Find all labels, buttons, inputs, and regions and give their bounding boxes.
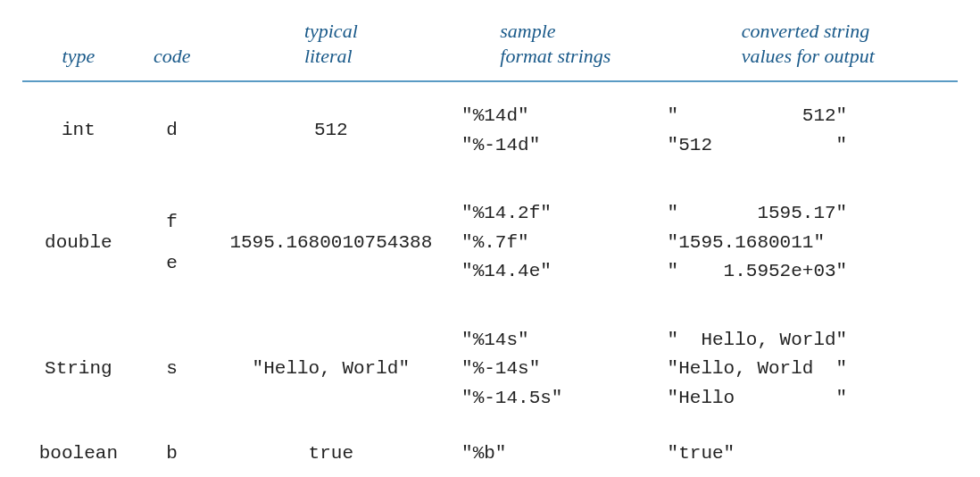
cell-outputs: " 512" "512 " [659,81,958,180]
cell-formats: "%14.2f" "%.7f" "%14.4e" [453,180,659,306]
cell-literal: "Hello, World" [210,306,453,433]
cell-code: d [135,81,210,180]
cell-type: boolean [22,432,135,476]
format-table: type code typical literal sample format … [22,13,958,476]
cell-code: f e [135,180,210,306]
header-type: type [22,13,135,81]
cell-formats: "%b" [453,432,659,476]
header-row: type code typical literal sample format … [22,13,958,81]
cell-code: s [135,306,210,433]
header-outputs: converted string values for output [659,13,958,81]
cell-literal: 512 [210,81,453,180]
cell-outputs: "true" [659,432,958,476]
cell-code: b [135,432,210,476]
cell-type: String [22,306,135,433]
cell-outputs: " 1595.17" "1595.1680011" " 1.5952e+03" [659,180,958,306]
cell-formats: "%14d" "%-14d" [453,81,659,180]
header-formats: sample format strings [453,13,659,81]
table-row: int d 512 "%14d" "%-14d" " 512" "512 " [22,81,958,180]
cell-outputs: " Hello, World" "Hello, World " "Hello " [659,306,958,433]
table-row: double f e 1595.1680010754388 "%14.2f" "… [22,180,958,306]
table-row: boolean b true "%b" "true" [22,432,958,476]
table-row: String s "Hello, World" "%14s" "%-14s" "… [22,306,958,433]
cell-type: double [22,180,135,306]
header-code: code [135,13,210,81]
header-literal: typical literal [210,13,453,81]
cell-formats: "%14s" "%-14s" "%-14.5s" [453,306,659,433]
cell-type: int [22,81,135,180]
cell-literal: true [210,432,453,476]
cell-literal: 1595.1680010754388 [210,180,453,306]
